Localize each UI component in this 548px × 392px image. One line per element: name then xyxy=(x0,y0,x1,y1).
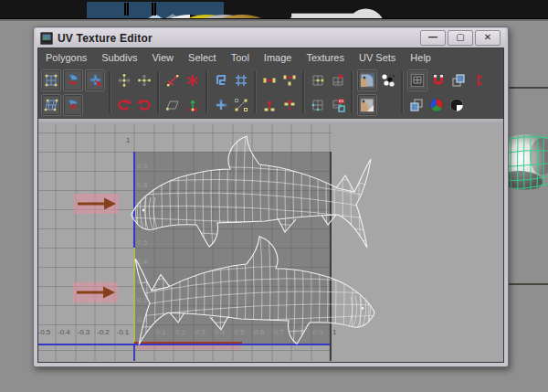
toolbar-group xyxy=(357,69,397,116)
align-v-max-icon xyxy=(282,98,297,112)
uv-lattice-tool-button[interactable] xyxy=(41,69,61,91)
toolbar-divider[interactable] xyxy=(252,71,258,113)
rgb-channels-button[interactable] xyxy=(427,95,446,115)
window-icon xyxy=(40,32,53,45)
toolbar-group xyxy=(309,69,347,116)
toolbar-divider[interactable] xyxy=(300,71,307,113)
menu-subdivs[interactable]: Subdivs xyxy=(94,50,144,65)
x-axis-label: -0.3 xyxy=(78,329,90,336)
orient-shells-button[interactable] xyxy=(184,95,202,115)
iso-view-icon xyxy=(311,73,325,88)
rotate-cw-button[interactable] xyxy=(135,95,153,115)
uv-snapshot-button[interactable] xyxy=(357,69,377,91)
copy-objects-icon[interactable] xyxy=(177,2,193,17)
shear-uvs-button[interactable] xyxy=(163,95,182,115)
uv-smudge-tool-button[interactable] xyxy=(85,69,105,91)
checker-sphere-icon[interactable] xyxy=(53,2,68,17)
shaded-cube-icon[interactable] xyxy=(18,2,34,17)
render-sphere-gray-icon[interactable] xyxy=(88,2,103,17)
iso-add-icon xyxy=(331,73,345,88)
alpha-channel-button[interactable] xyxy=(448,95,466,115)
selection-rect-icon[interactable] xyxy=(132,2,148,17)
pointer-arrow-bottom xyxy=(73,282,118,302)
split-uvs-button[interactable] xyxy=(184,70,202,90)
flipbook-button[interactable] xyxy=(357,94,377,116)
menu-image[interactable]: Image xyxy=(257,50,300,65)
align-min-u-button[interactable] xyxy=(260,70,279,90)
maximize-button[interactable]: ▢ xyxy=(448,30,473,46)
window-controls: —▢✕ xyxy=(418,30,501,46)
render-sphere-gold-icon[interactable] xyxy=(105,2,121,17)
plus-nodes-icon xyxy=(214,98,228,112)
paste-uvs-button[interactable] xyxy=(407,95,426,115)
close-button[interactable]: ✕ xyxy=(475,30,501,46)
snapshot-icon xyxy=(360,73,374,88)
menu-polygons[interactable]: Polygons xyxy=(38,50,94,65)
squares2-icon xyxy=(409,98,424,112)
move-uv-shell-tool-button[interactable] xyxy=(63,69,83,91)
edge-color-button[interactable] xyxy=(469,70,488,90)
toolbar-divider[interactable] xyxy=(349,71,355,113)
swirl-icon xyxy=(214,73,228,88)
menu-uv-sets[interactable]: UV Sets xyxy=(352,50,403,65)
rgb-circle-icon xyxy=(429,98,444,112)
rot-ccw-icon xyxy=(117,98,132,112)
red-partial-icon xyxy=(471,73,486,88)
layout-uvs-button[interactable] xyxy=(212,70,230,90)
snap-cube-icon[interactable] xyxy=(160,2,175,17)
flip-v-button[interactable] xyxy=(135,70,153,90)
minimize-button[interactable]: — xyxy=(420,30,446,46)
x-axis-label: -0.4 xyxy=(58,329,70,336)
isolate-clear-button[interactable] xyxy=(329,95,347,115)
move-and-sew-button[interactable] xyxy=(212,95,230,115)
menu-tool[interactable]: Tool xyxy=(224,50,257,65)
share-nodes-icon[interactable] xyxy=(195,2,210,17)
select-shell-tool-button[interactable] xyxy=(63,94,83,116)
menu-view[interactable]: View xyxy=(144,50,181,65)
display-image-button[interactable] xyxy=(407,69,427,91)
toolbar-group xyxy=(407,69,488,116)
align-max-u-button[interactable] xyxy=(280,70,299,90)
move-v-icon xyxy=(137,73,152,88)
isolate-remove-button[interactable] xyxy=(309,95,327,115)
textured-cube-icon[interactable] xyxy=(36,2,51,17)
align-max-v-button[interactable] xyxy=(280,95,299,115)
uv-shell-shark-bottom[interactable] xyxy=(130,230,378,351)
flip-u-button[interactable] xyxy=(115,70,133,90)
squares-icon xyxy=(451,73,466,88)
pixel-snap-button[interactable] xyxy=(429,70,448,90)
copy-uvs-button[interactable] xyxy=(449,70,468,90)
x-axis-label: -0.5 xyxy=(38,329,50,336)
uv-texture-editor-window: UV Texture Editor —▢✕ PolygonsSubdivsVie… xyxy=(33,26,509,367)
align-h-max-icon xyxy=(282,73,297,88)
uv-lattice-deform-button[interactable] xyxy=(41,94,61,116)
alpha-circle-icon xyxy=(449,98,464,112)
toolbar-divider[interactable] xyxy=(107,71,113,113)
grid-uvs-button[interactable] xyxy=(232,70,250,90)
titlebar[interactable]: UV Texture Editor —▢✕ xyxy=(36,28,506,48)
wire-cube-icon[interactable] xyxy=(1,2,16,17)
snapshot2-icon xyxy=(360,98,374,112)
rotate-ccw-button[interactable] xyxy=(115,95,133,115)
cut-icon xyxy=(165,73,180,88)
image-grid-icon xyxy=(410,73,425,88)
isolate-add-button[interactable] xyxy=(329,70,347,90)
toolbar-divider[interactable] xyxy=(155,71,162,113)
pointer-arrow-top xyxy=(74,194,119,214)
cut-uvs-button[interactable] xyxy=(163,70,182,90)
menu-select[interactable]: Select xyxy=(181,50,224,65)
render-sphere-yellow-icon[interactable] xyxy=(70,2,86,17)
isolate-select-view-button[interactable] xyxy=(309,70,327,90)
align-min-v-button[interactable] xyxy=(260,95,279,115)
menu-textures[interactable]: Textures xyxy=(299,50,352,65)
menu-help[interactable]: Help xyxy=(403,50,438,65)
dither-icon xyxy=(381,73,395,88)
unfold-uvs-button[interactable] xyxy=(232,95,250,115)
x-axis-label: -0.1 xyxy=(117,329,130,336)
window-title: UV Texture Editor xyxy=(58,32,153,45)
dim-image-button[interactable] xyxy=(379,70,397,90)
toolbar-divider[interactable] xyxy=(399,71,406,113)
menubar: PolygonsSubdivsViewSelectToolImageTextur… xyxy=(38,48,503,67)
uv-canvas[interactable]: 1 -0.5-0.4-0.3-0.2-0.10.10.20.30.40.50.6… xyxy=(38,124,503,362)
toolbar-divider[interactable] xyxy=(204,71,210,113)
